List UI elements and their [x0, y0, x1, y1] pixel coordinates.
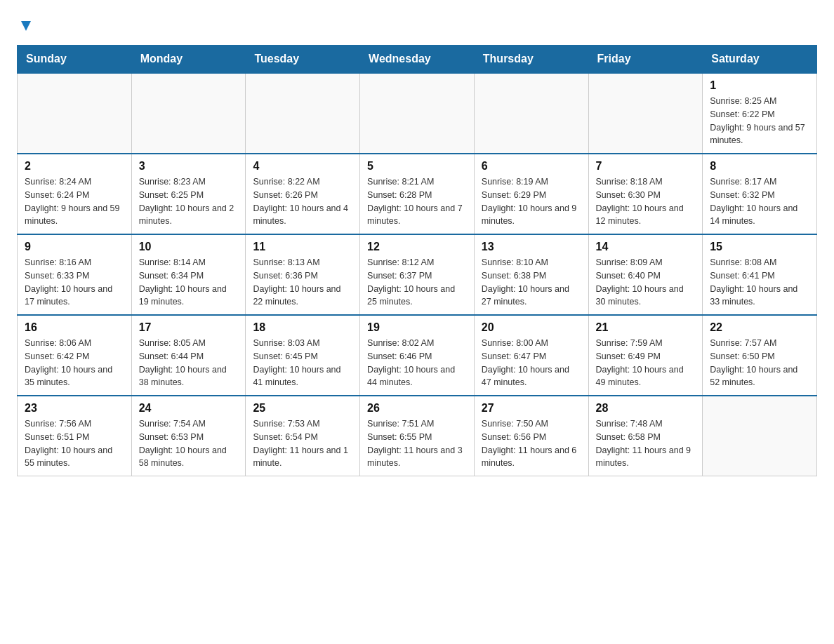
calendar-day-cell: 8Sunrise: 8:17 AM Sunset: 6:32 PM Daylig…: [703, 154, 817, 234]
day-info: Sunrise: 7:57 AM Sunset: 6:50 PM Dayligh…: [710, 337, 809, 389]
calendar-week-row: 1Sunrise: 8:25 AM Sunset: 6:22 PM Daylig…: [18, 73, 817, 154]
day-info: Sunrise: 8:03 AM Sunset: 6:45 PM Dayligh…: [253, 337, 352, 389]
day-number: 3: [139, 160, 239, 173]
day-number: 26: [367, 402, 467, 415]
day-number: 24: [139, 402, 239, 415]
calendar-day-cell: [18, 73, 132, 154]
day-number: 20: [482, 321, 581, 334]
day-number: 25: [253, 402, 352, 415]
day-info: Sunrise: 8:09 AM Sunset: 6:40 PM Dayligh…: [596, 256, 696, 309]
calendar-day-cell: 6Sunrise: 8:19 AM Sunset: 6:29 PM Daylig…: [474, 154, 588, 234]
calendar-day-cell: 27Sunrise: 7:50 AM Sunset: 6:56 PM Dayli…: [474, 396, 588, 476]
day-info: Sunrise: 8:13 AM Sunset: 6:36 PM Dayligh…: [253, 256, 352, 309]
calendar-day-cell: 23Sunrise: 7:56 AM Sunset: 6:51 PM Dayli…: [18, 396, 132, 476]
day-info: Sunrise: 7:59 AM Sunset: 6:49 PM Dayligh…: [596, 337, 696, 389]
day-info: Sunrise: 7:56 AM Sunset: 6:51 PM Dayligh…: [25, 417, 124, 470]
day-info: Sunrise: 7:48 AM Sunset: 6:58 PM Dayligh…: [596, 417, 696, 470]
day-info: Sunrise: 8:05 AM Sunset: 6:44 PM Dayligh…: [139, 337, 239, 389]
calendar-day-cell: 14Sunrise: 8:09 AM Sunset: 6:40 PM Dayli…: [588, 234, 703, 315]
day-info: Sunrise: 8:17 AM Sunset: 6:32 PM Dayligh…: [710, 175, 809, 228]
calendar-day-cell: 11Sunrise: 8:13 AM Sunset: 6:36 PM Dayli…: [246, 234, 360, 315]
day-number: 19: [367, 321, 467, 334]
calendar-day-cell: 21Sunrise: 7:59 AM Sunset: 6:49 PM Dayli…: [588, 315, 703, 396]
calendar-day-cell: 18Sunrise: 8:03 AM Sunset: 6:45 PM Dayli…: [246, 315, 360, 396]
day-info: Sunrise: 8:19 AM Sunset: 6:29 PM Dayligh…: [482, 175, 581, 228]
calendar-day-cell: 16Sunrise: 8:06 AM Sunset: 6:42 PM Dayli…: [18, 315, 132, 396]
calendar-week-row: 23Sunrise: 7:56 AM Sunset: 6:51 PM Dayli…: [18, 396, 817, 476]
day-of-week-header: Thursday: [474, 46, 588, 74]
day-info: Sunrise: 8:18 AM Sunset: 6:30 PM Dayligh…: [596, 175, 696, 228]
calendar-day-cell: 12Sunrise: 8:12 AM Sunset: 6:37 PM Dayli…: [360, 234, 475, 315]
day-number: 15: [710, 241, 809, 253]
day-number: 2: [25, 160, 124, 173]
day-info: Sunrise: 8:24 AM Sunset: 6:24 PM Dayligh…: [25, 175, 124, 228]
calendar-day-cell: 3Sunrise: 8:23 AM Sunset: 6:25 PM Daylig…: [131, 154, 246, 234]
page-header: [17, 17, 817, 34]
day-number: 8: [710, 160, 809, 173]
day-info: Sunrise: 8:14 AM Sunset: 6:34 PM Dayligh…: [139, 256, 239, 309]
calendar-day-cell: 2Sunrise: 8:24 AM Sunset: 6:24 PM Daylig…: [18, 154, 132, 234]
day-number: 6: [482, 160, 581, 173]
calendar-day-cell: [474, 73, 588, 154]
calendar-day-cell: [246, 73, 360, 154]
day-number: 14: [596, 241, 696, 253]
day-number: 27: [482, 402, 581, 415]
day-number: 28: [596, 402, 696, 415]
calendar-table: SundayMondayTuesdayWednesdayThursdayFrid…: [17, 45, 817, 476]
calendar-day-cell: 1Sunrise: 8:25 AM Sunset: 6:22 PM Daylig…: [703, 73, 817, 154]
day-number: 7: [596, 160, 696, 173]
day-info: Sunrise: 8:21 AM Sunset: 6:28 PM Dayligh…: [367, 175, 467, 228]
calendar-day-cell: 4Sunrise: 8:22 AM Sunset: 6:26 PM Daylig…: [246, 154, 360, 234]
day-number: 22: [710, 321, 809, 334]
calendar-day-cell: 17Sunrise: 8:05 AM Sunset: 6:44 PM Dayli…: [131, 315, 246, 396]
calendar-day-cell: 20Sunrise: 8:00 AM Sunset: 6:47 PM Dayli…: [474, 315, 588, 396]
calendar-day-cell: [131, 73, 246, 154]
day-info: Sunrise: 8:06 AM Sunset: 6:42 PM Dayligh…: [25, 337, 124, 389]
day-info: Sunrise: 8:22 AM Sunset: 6:26 PM Dayligh…: [253, 175, 352, 228]
day-number: 5: [367, 160, 467, 173]
day-number: 13: [482, 241, 581, 253]
calendar-day-cell: 28Sunrise: 7:48 AM Sunset: 6:58 PM Dayli…: [588, 396, 703, 476]
calendar-day-cell: 9Sunrise: 8:16 AM Sunset: 6:33 PM Daylig…: [18, 234, 132, 315]
day-number: 23: [25, 402, 124, 415]
day-of-week-header: Wednesday: [360, 46, 475, 74]
day-number: 18: [253, 321, 352, 334]
day-of-week-header: Monday: [131, 46, 246, 74]
day-number: 4: [253, 160, 352, 173]
calendar-day-cell: 13Sunrise: 8:10 AM Sunset: 6:38 PM Dayli…: [474, 234, 588, 315]
calendar-day-cell: 24Sunrise: 7:54 AM Sunset: 6:53 PM Dayli…: [131, 396, 246, 476]
day-info: Sunrise: 8:10 AM Sunset: 6:38 PM Dayligh…: [482, 256, 581, 309]
calendar-day-cell: 25Sunrise: 7:53 AM Sunset: 6:54 PM Dayli…: [246, 396, 360, 476]
day-of-week-header: Tuesday: [246, 46, 360, 74]
day-info: Sunrise: 8:08 AM Sunset: 6:41 PM Dayligh…: [710, 256, 809, 309]
calendar-week-row: 9Sunrise: 8:16 AM Sunset: 6:33 PM Daylig…: [18, 234, 817, 315]
day-info: Sunrise: 8:25 AM Sunset: 6:22 PM Dayligh…: [710, 95, 809, 147]
day-number: 21: [596, 321, 696, 334]
day-number: 9: [25, 241, 124, 253]
calendar-day-cell: 26Sunrise: 7:51 AM Sunset: 6:55 PM Dayli…: [360, 396, 475, 476]
logo: [17, 17, 34, 34]
calendar-day-cell: 19Sunrise: 8:02 AM Sunset: 6:46 PM Dayli…: [360, 315, 475, 396]
calendar-day-cell: 5Sunrise: 8:21 AM Sunset: 6:28 PM Daylig…: [360, 154, 475, 234]
day-info: Sunrise: 8:00 AM Sunset: 6:47 PM Dayligh…: [482, 337, 581, 389]
calendar-week-row: 16Sunrise: 8:06 AM Sunset: 6:42 PM Dayli…: [18, 315, 817, 396]
calendar-day-cell: 15Sunrise: 8:08 AM Sunset: 6:41 PM Dayli…: [703, 234, 817, 315]
day-info: Sunrise: 8:16 AM Sunset: 6:33 PM Dayligh…: [25, 256, 124, 309]
day-number: 10: [139, 241, 239, 253]
day-number: 17: [139, 321, 239, 334]
day-info: Sunrise: 7:51 AM Sunset: 6:55 PM Dayligh…: [367, 417, 467, 470]
calendar-day-cell: [703, 396, 817, 476]
calendar-week-row: 2Sunrise: 8:24 AM Sunset: 6:24 PM Daylig…: [18, 154, 817, 234]
day-number: 1: [710, 79, 809, 92]
day-of-week-header: Saturday: [703, 46, 817, 74]
day-info: Sunrise: 8:02 AM Sunset: 6:46 PM Dayligh…: [367, 337, 467, 389]
day-info: Sunrise: 7:53 AM Sunset: 6:54 PM Dayligh…: [253, 417, 352, 470]
calendar-header-row: SundayMondayTuesdayWednesdayThursdayFrid…: [18, 46, 817, 74]
logo-arrow-icon: [18, 18, 34, 34]
day-number: 11: [253, 241, 352, 253]
calendar-day-cell: 10Sunrise: 8:14 AM Sunset: 6:34 PM Dayli…: [131, 234, 246, 315]
calendar-day-cell: [588, 73, 703, 154]
day-info: Sunrise: 7:54 AM Sunset: 6:53 PM Dayligh…: [139, 417, 239, 470]
day-number: 16: [25, 321, 124, 334]
day-info: Sunrise: 8:12 AM Sunset: 6:37 PM Dayligh…: [367, 256, 467, 309]
